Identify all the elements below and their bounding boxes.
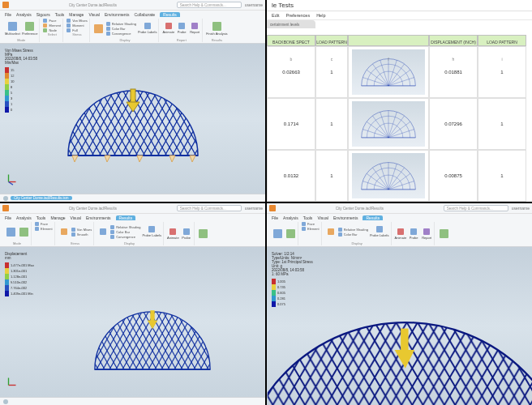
ribbon-group-display: Relative Shading Color Bar Convergence P… [92, 19, 160, 42]
titlebar: City Center Dome.iad/Results Search Help… [0, 0, 265, 10]
sel-face[interactable]: Face [43, 19, 61, 23]
axis-triad [5, 171, 19, 185]
menu-manage[interactable]: Manage [69, 12, 84, 17]
svg-line-14 [372, 64, 388, 86]
dome-mesh [60, 83, 206, 164]
svg-line-35 [367, 173, 388, 190]
svg-marker-3 [72, 156, 78, 162]
svg-line-36 [372, 168, 388, 190]
ribbon-bl: Mode Face Element Von Mises Smooth Stres… [0, 221, 265, 247]
btn-vonmises[interactable]: Von Mises [66, 19, 87, 23]
table-header: BACKBONE SPECTLOAD PATTERNDISPLACEMENT (… [267, 35, 532, 46]
dome-mesh-zoom [267, 310, 532, 406]
axis-triad-bl [5, 374, 19, 389]
panel-top-left: City Center Dome.iad/Results Search Help… [0, 0, 265, 202]
table-row: 0.0266310.018811 [267, 46, 532, 98]
svg-line-17 [388, 60, 397, 86]
btn-preference[interactable]: Preference [22, 22, 38, 36]
svg-marker-7 [190, 156, 195, 162]
inventor-logo [2, 205, 9, 211]
svg-line-12 [363, 78, 388, 86]
nav-toggle[interactable] [3, 196, 8, 201]
window-title: City Center Dome.iad/Results [12, 3, 174, 7]
viewport-br[interactable]: Solver: 1/2:14Type/Units: N/mm²Type: 1st… [267, 247, 532, 405]
svg-line-13 [367, 70, 388, 86]
btn-smooth-shading[interactable]: Relative Shading [106, 22, 136, 26]
svg-marker-4 [105, 156, 110, 162]
viewport-bl[interactable]: Displacement mm 1.477e-001 Max1.301e-001… [0, 247, 265, 397]
btn-conv[interactable]: Convergence [106, 32, 136, 36]
btn-color-bar[interactable]: Color Bar [106, 27, 136, 31]
btn-probe-labels[interactable]: Probe Labels [138, 23, 157, 34]
menu-environments[interactable]: Environments [105, 12, 130, 17]
btn-moment[interactable]: Moment [66, 23, 87, 28]
bottom-bar: City Center Dome.iad/Results.ism [0, 194, 265, 202]
table-menu: Edit Preferences Help [267, 11, 532, 20]
btn-probe[interactable]: Probe [176, 23, 187, 34]
svg-line-40 [388, 168, 405, 190]
tab-results[interactable]: Results [160, 12, 180, 17]
svg-line-42 [388, 181, 414, 190]
svg-marker-5 [137, 156, 143, 162]
table-row: 0.013210.008751 [267, 150, 532, 202]
user-label[interactable]: username [245, 2, 263, 7]
ribbon-group-report: Animate Probe Report Report [161, 19, 203, 42]
svg-line-28 [388, 112, 397, 138]
dome-mesh-bl [88, 304, 217, 377]
menu-tools[interactable]: Tools [55, 12, 65, 17]
tm-prefs[interactable]: Preferences [285, 13, 310, 18]
btn-report[interactable]: Report [189, 23, 200, 34]
legend-principal: Solver: 1/2:14Type/Units: N/mm²Type: 1st… [272, 252, 313, 307]
tm-help[interactable]: Help [316, 13, 325, 18]
search-input-br[interactable]: Search Help & Commands... [444, 205, 508, 211]
menu-file[interactable]: File [5, 12, 11, 17]
svg-line-25 [372, 116, 388, 138]
doc-tab[interactable]: City Center Dome.iad/Results.ism [11, 196, 72, 200]
svg-line-31 [388, 130, 414, 138]
menu-analysis[interactable]: Analysis [16, 12, 32, 17]
svg-line-23 [363, 130, 388, 138]
table-row: 0.171410.072961 [267, 98, 532, 150]
btn-animate[interactable]: Animate [162, 23, 174, 34]
menubar-br: File Analysis Tools Visual Environments … [267, 213, 532, 221]
table-title: le Tests [267, 0, 532, 11]
svg-line-34 [363, 181, 388, 190]
svg-marker-6 [169, 156, 175, 162]
svg-line-26 [380, 112, 388, 138]
svg-line-19 [388, 70, 410, 86]
search-input[interactable]: Search Help & Commands... [177, 2, 242, 8]
menu-visual[interactable]: Visual [88, 12, 100, 17]
svg-line-30 [388, 122, 410, 138]
btn-adjust[interactable] [93, 24, 105, 33]
titlebar-bl: City Center Dome.iad/Results Search Help… [0, 203, 265, 213]
sel-element[interactable]: Element [43, 23, 61, 28]
col-letters: bcfhi [267, 57, 532, 63]
btn-finish[interactable]: Finish Analysis [206, 22, 227, 36]
search-input-bl[interactable]: Search Help & Commands... [177, 205, 242, 211]
svg-rect-1 [131, 89, 135, 104]
titlebar-br: City Center Dome.iad/Results Search Help… [267, 203, 532, 213]
svg-line-41 [388, 173, 410, 190]
ribbon-group-select: Face Element Node Select [41, 19, 63, 42]
tm-edit[interactable]: Edit [272, 13, 279, 18]
side-tab[interactable]: certainment levels [267, 20, 315, 28]
legend-displacement: Displacement mm 1.477e-001 Max1.301e-001… [5, 252, 34, 296]
svg-line-18 [388, 64, 405, 86]
bottom-bar-bl [0, 397, 265, 405]
menu-collaborate[interactable]: Collaborate [135, 12, 156, 17]
svg-line-39 [388, 164, 397, 190]
ribbon-group-results: Finish Analysis Results [204, 19, 229, 42]
btn-multiselect[interactable]: Multiselect [5, 22, 20, 36]
inventor-logo [2, 2, 9, 8]
window-title: City Center Dome.iad/Results [12, 207, 174, 211]
panel-top-right: le Tests Edit Preferences Help certainme… [267, 0, 532, 202]
legend-stress: Von Mises Stress MPa 2022/08/8, 14:03:58… [5, 49, 37, 113]
user-label[interactable]: username [245, 206, 263, 211]
svg-line-15 [380, 60, 388, 86]
viewport-tl[interactable]: Von Mises Stress MPa 2022/08/8, 14:03:58… [0, 44, 265, 194]
menu-sigours[interactable]: Sigours [36, 12, 50, 17]
svg-line-24 [367, 122, 388, 138]
menubar-bl: File Analysis Tools Manage Visual Enviro… [0, 213, 265, 221]
menubar: File Analysis Sigours Tools Manage Visua… [0, 10, 265, 18]
ribbon: Multiselect Preference Mode Face Element… [0, 18, 265, 44]
